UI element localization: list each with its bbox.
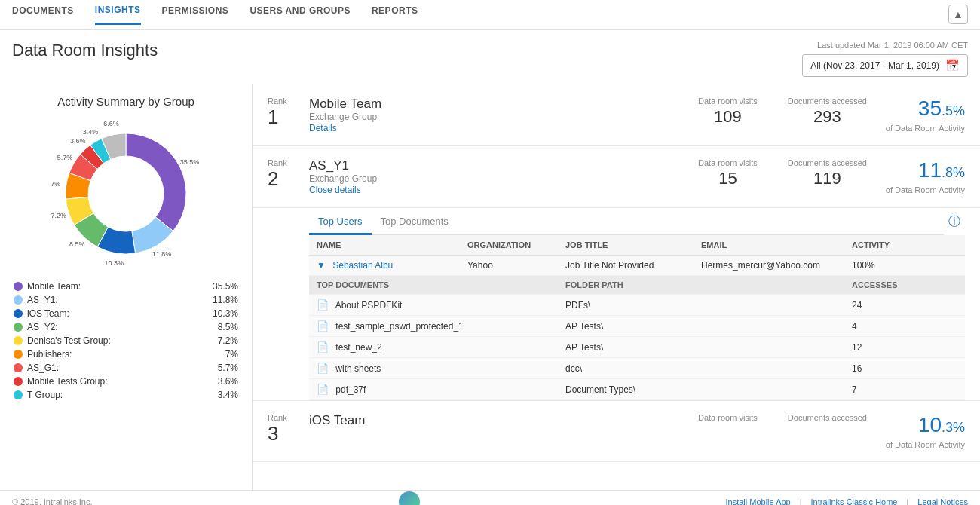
doc-accesses: 12 [844,337,965,358]
col-name: NAME [309,235,460,256]
date-range-picker[interactable]: All (Nov 23, 2017 - Mar 1, 2019) 📅 [802,54,968,77]
col-email: EMAIL [694,235,844,256]
nav-permissions[interactable]: PERMISSIONS [162,5,229,23]
docs-block-2: Documents accessed 119 [788,158,867,188]
legend-item: AS_Y1: 11.8% [14,295,238,305]
user-name-cell[interactable]: ▼ Sebastian Albu [309,256,460,276]
legend-pct: 35.5% [213,281,238,292]
user-email: Hermes_mercur@Yahoo.com [694,256,844,276]
user-org: Yahoo [460,256,558,276]
rank-num-1: 1 [268,106,309,129]
doc-folder: Document Types\ [558,379,844,400]
rank-num-3: 3 [268,422,309,445]
group-name-1: Mobile Team [309,96,698,112]
legend-dot [14,282,23,291]
calendar-icon: 📅 [945,59,960,72]
footer-links: Install Mobile App | Intralinks Classic … [725,497,968,506]
group-row-2: Rank 2 AS_Y1 Exchange Group Close detail… [253,146,980,208]
doc-name-cell: 📄 test_new_2 [309,337,558,358]
legend-dot [14,350,23,359]
legend-item: T Group: 3.4% [14,390,238,400]
page-header: Data Room Insights Last updated Mar 1, 2… [0,30,980,84]
svg-text:7%: 7% [51,180,60,188]
legend-name: AS_Y2: [27,322,218,332]
visits-block-1: Data room visits 109 [698,96,758,127]
sub-col-accesses: ACCESSES [844,276,965,295]
logo-circle [399,491,420,506]
left-panel: Activity Summary by Group 35.5%11.8%10.3… [0,84,253,490]
docs-label-3: Documents accessed [788,413,867,422]
doc-folder: AP Tests\ [558,316,844,337]
legend-dot [14,323,23,332]
visits-label-3: Data room visits [698,413,758,422]
legend-name: AS_Y1: [27,295,213,305]
document-row: 📄 pdf_37f Document Types\ 7 [309,379,965,400]
docs-block-1: Documents accessed 293 [788,96,867,127]
svg-text:10.3%: 10.3% [105,259,124,267]
group-details-link-1[interactable]: Details [309,123,337,133]
pct-sub-2: of Data Room Activity [867,185,965,194]
rank-label-3: Rank [268,413,309,422]
doc-name-cell: 📄 test_sample_pswd_protected_1 [309,316,558,337]
footer-link-mobile[interactable]: Install Mobile App [725,497,790,506]
user-name[interactable]: Sebastian Albu [332,260,393,271]
legend-pct: 7% [225,349,238,360]
nav-users-groups[interactable]: USERS AND GROUPS [250,5,351,23]
svg-text:3.6%: 3.6% [70,137,86,145]
doc-name: test_new_2 [335,342,381,353]
pct-block-3: 10.3% of Data Room Activity [867,413,965,449]
footer: © 2019, Intralinks Inc. Install Mobile A… [0,490,980,505]
doc-name: pdf_37f [335,384,366,395]
doc-folder: PDFs\ [558,295,844,316]
tabs-row: Top Users Top Documents ⓘ [309,208,965,235]
group-info-3: iOS Team [309,413,698,428]
nav-collapse-button[interactable]: ▲ [948,5,968,24]
legend-item: Denisa's Test Group: 7.2% [14,335,238,346]
footer-link-classic[interactable]: Intralinks Classic Home [811,497,898,506]
tab-top-users[interactable]: Top Users [309,211,372,235]
svg-text:3.4%: 3.4% [83,128,99,136]
pct-block-2: 11.8% of Data Room Activity [867,158,965,194]
group-name-3: iOS Team [309,413,698,428]
doc-name-cell: 📄 with sheets [309,358,558,379]
main-content: Activity Summary by Group 35.5%11.8%10.3… [0,84,980,490]
legend-pct: 10.3% [213,308,238,319]
rank-col-1: Rank 1 [268,96,309,129]
group-type-2: Exchange Group [309,173,698,184]
legend-pct: 5.7% [218,363,238,373]
group-type-1: Exchange Group [309,112,698,122]
svg-text:11.8%: 11.8% [152,250,172,258]
doc-folder: dcc\ [558,358,844,379]
legend-name: iOS Team: [27,308,213,319]
sub-col-folder: FOLDER PATH [558,276,844,295]
doc-name: About PSPDFKit [335,300,403,311]
legend-pct: 3.6% [218,376,238,387]
footer-link-legal[interactable]: Legal Notices [917,497,968,506]
group-details-link-2[interactable]: Close details [309,185,361,195]
expand-icon[interactable]: ▼ [317,260,326,271]
nav-reports[interactable]: REPORTS [372,5,418,23]
pct-block-1: 35.5% of Data Room Activity [867,96,965,133]
col-org: ORGANIZATION [460,235,558,256]
group-name-2: AS_Y1 [309,158,698,173]
legend-dot [14,390,23,399]
document-row: 📄 test_sample_pswd_protected_1 AP Tests\… [309,316,965,337]
legend-item: iOS Team: 10.3% [14,308,238,319]
footer-logo [399,491,420,506]
legend-item: AS_Y2: 8.5% [14,322,238,332]
legend-name: Denisa's Test Group: [27,335,218,346]
pdf-icon: 📄 [317,341,329,353]
date-info: Last updated Mar 1, 2019 06:00 AM CET Al… [802,41,968,77]
nav-documents[interactable]: DOCUMENTS [12,5,74,23]
date-range-label: All (Nov 23, 2017 - Mar 1, 2019) [810,60,939,71]
tabs-container: Top Users Top Documents [309,208,944,235]
info-icon[interactable]: ⓘ [944,210,965,234]
tab-top-documents[interactable]: Top Documents [372,211,458,235]
nav-insights[interactable]: INSIGHTS [95,5,141,25]
pdf-icon: 📄 [317,320,329,332]
docs-block-3: Documents accessed [788,413,867,422]
doc-accesses: 7 [844,379,965,400]
group-row-2-container: Rank 2 AS_Y1 Exchange Group Close detail… [253,146,980,400]
group-info-1: Mobile Team Exchange Group Details [309,96,698,133]
chart-legend: Mobile Team: 35.5% AS_Y1: 11.8% iOS Team… [11,281,241,403]
